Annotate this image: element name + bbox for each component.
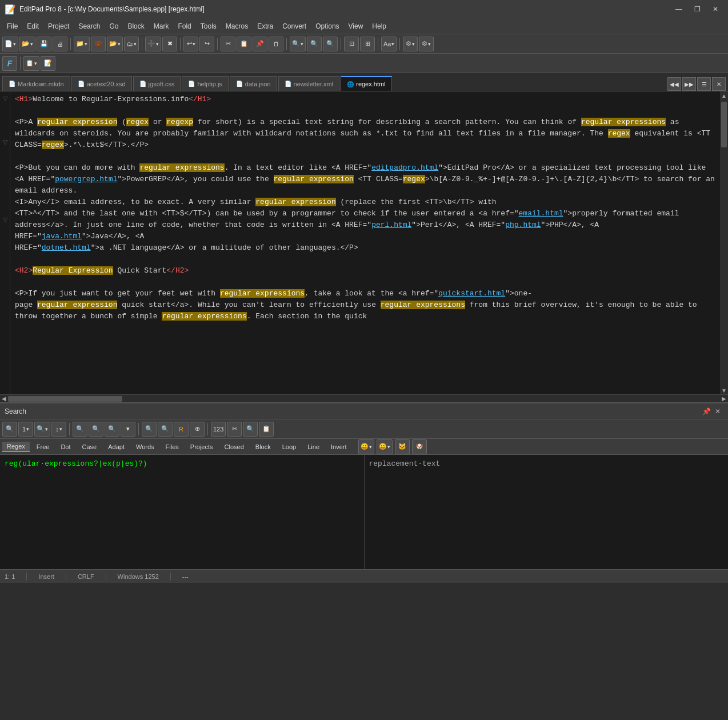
tab-datajson[interactable]: 📄 data.json [230, 76, 277, 91]
tab-newsletter[interactable]: 📄 newsletter.xml [278, 76, 340, 91]
search-emoji2[interactable]: 😀▾ [377, 439, 393, 454]
file-options-button[interactable]: 🗂▾ [124, 37, 139, 51]
search-replace-button[interactable]: ▾ [121, 422, 135, 437]
tab-close[interactable]: ✕ [712, 77, 726, 91]
search-zoom-button[interactable]: 🔍▾ [34, 422, 50, 437]
print-button[interactable]: 🖨 [53, 37, 67, 51]
opt-closed[interactable]: Closed [220, 442, 249, 451]
search-history[interactable]: 📋 [259, 422, 274, 437]
search-emoji1[interactable]: 😀▾ [358, 439, 374, 454]
insert-button[interactable]: ➕▾ [145, 37, 161, 51]
opt-projects[interactable]: Projects [186, 442, 218, 451]
tab-markdown[interactable]: 📄 Markdown.mkdn [2, 76, 70, 91]
zoom-out-button[interactable]: 🔍 [307, 37, 322, 51]
columns-button[interactable]: ⊞ [360, 37, 375, 51]
editor-content[interactable]: <H1>Welcome to Regular-Expressions.info<… [10, 91, 720, 394]
scroll-up[interactable]: ▲ [720, 91, 728, 99]
fold-marker-2[interactable]: ▽ [0, 137, 10, 146]
h-scroll-thumb[interactable] [8, 396, 122, 402]
zoom-in-button[interactable]: 🔍▾ [290, 37, 306, 51]
scroll-right[interactable]: ▶ [720, 395, 728, 403]
opt-adapt[interactable]: Adapt [103, 442, 129, 451]
menu-fold[interactable]: Fold [173, 20, 195, 33]
scroll-down[interactable]: ▼ [720, 386, 728, 394]
tab-list[interactable]: ☰ [697, 77, 711, 91]
menu-help[interactable]: Help [367, 20, 391, 33]
menu-tools[interactable]: Tools [196, 20, 221, 33]
opt-regex[interactable]: Regex [2, 442, 30, 452]
select-button[interactable]: ⊡ [344, 37, 359, 51]
tab-helptip[interactable]: 📄 helptip.js [182, 76, 228, 91]
tab-regex[interactable]: 🌐 regex.html [341, 76, 391, 91]
new-button[interactable]: 📄▾ [2, 37, 18, 51]
opt-line[interactable]: Line [303, 442, 324, 451]
search-emoji3[interactable]: 🐱 [395, 439, 410, 454]
opt-case[interactable]: Case [78, 442, 102, 451]
snippet-button[interactable]: 📝 [41, 56, 55, 71]
search-dir-button[interactable]: ↕▾ [51, 422, 66, 437]
menu-search[interactable]: Search [74, 20, 105, 33]
save-project-button[interactable]: 💼 [91, 37, 106, 51]
opt-block[interactable]: Block [251, 442, 275, 451]
search-mark-button[interactable]: 🔍 [105, 422, 119, 437]
menu-options[interactable]: Options [311, 20, 343, 33]
search-pin-button[interactable]: 📌 [701, 406, 712, 417]
search-extra3[interactable]: 🔍 [243, 422, 258, 437]
search-emoji4[interactable]: 🐶 [412, 439, 427, 454]
search-replace2-button[interactable]: 🔍 [158, 422, 173, 437]
paste-button[interactable]: 📌 [253, 37, 267, 51]
minimize-button[interactable]: — [671, 3, 687, 15]
menu-macros[interactable]: Macros [221, 20, 253, 33]
search-extra2[interactable]: ✂ [227, 422, 242, 437]
menu-edit[interactable]: Edit [22, 20, 43, 33]
undo-button[interactable]: ↩▾ [183, 37, 198, 51]
search-options-button[interactable]: 1▾ [18, 422, 33, 437]
search-replacement-input[interactable]: replacement·text [365, 455, 729, 569]
search-R-button[interactable]: R [174, 422, 189, 437]
tab-jgsoft[interactable]: 📄 jgsoft.css [133, 76, 181, 91]
opt-dot[interactable]: Dot [56, 442, 75, 451]
menu-view[interactable]: View [344, 20, 368, 33]
opt-words[interactable]: Words [131, 442, 159, 451]
template-button[interactable]: 📋▾ [23, 56, 39, 71]
close-button[interactable]: ✕ [707, 3, 723, 15]
menu-project[interactable]: Project [43, 20, 74, 33]
menu-mark[interactable]: Mark [149, 20, 174, 33]
save-button[interactable]: 💾 [37, 37, 51, 51]
menu-block[interactable]: Block [123, 20, 149, 33]
fold-marker-1[interactable]: ▽ [0, 94, 10, 103]
font-button[interactable]: Aa▾ [381, 37, 397, 51]
opt-free[interactable]: Free [32, 442, 54, 451]
tab-scroll-right[interactable]: ▶▶ [682, 77, 696, 91]
open-files-button[interactable]: 📂▾ [107, 37, 123, 51]
fold-marker-3[interactable]: ▽ [0, 215, 10, 224]
tab-scroll-left[interactable]: ◀◀ [667, 77, 681, 91]
delete-button[interactable]: ✖ [162, 37, 177, 51]
opt-invert[interactable]: Invert [326, 442, 351, 451]
opt-loop[interactable]: Loop [278, 442, 301, 451]
scroll-thumb-v[interactable] [721, 102, 727, 147]
copy-button[interactable]: 📋 [237, 37, 251, 51]
extra2-button[interactable]: ⚙▾ [419, 37, 434, 51]
search-extra1[interactable]: 123 [211, 422, 226, 437]
opt-files[interactable]: Files [161, 442, 183, 451]
tab-acetext[interactable]: 📄 acetext20.xsd [71, 76, 132, 91]
menu-convert[interactable]: Convert [278, 20, 311, 33]
clipboard-button[interactable]: 🗒 [269, 37, 283, 51]
search-find-button[interactable]: 🔍 [2, 422, 17, 437]
restore-button[interactable]: ❐ [689, 3, 705, 15]
search-prev-button[interactable]: 🔍 [73, 422, 87, 437]
search-findall-button[interactable]: 🔍 [142, 422, 157, 437]
search-next-button[interactable]: 🔍 [89, 422, 103, 437]
extra1-button[interactable]: ⚙▾ [403, 37, 418, 51]
open-button[interactable]: 📂▾ [19, 37, 35, 51]
scroll-left[interactable]: ◀ [0, 395, 8, 403]
zoom-reset-button[interactable]: 🔍 [323, 37, 338, 51]
menu-go[interactable]: Go [105, 20, 123, 33]
redo-button[interactable]: ↪ [199, 37, 214, 51]
search-regex-input[interactable]: reg(ular·expressions?|ex(p|es)?) [0, 455, 364, 569]
menu-extra[interactable]: Extra [253, 20, 278, 33]
open-project-button[interactable]: 📁▾ [74, 37, 90, 51]
search-close-button[interactable]: ✕ [712, 406, 723, 417]
menu-file[interactable]: File [2, 20, 22, 33]
